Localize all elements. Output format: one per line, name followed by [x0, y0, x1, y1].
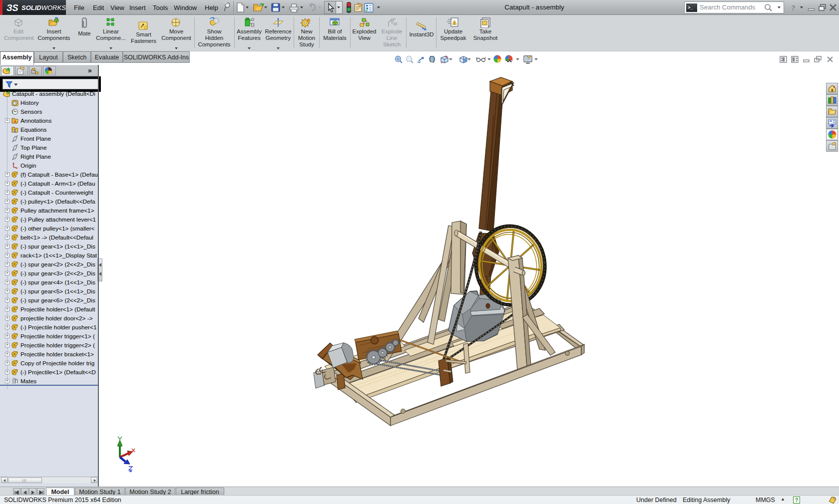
svg-text:SOLIDWORKS: SOLIDWORKS	[21, 4, 66, 11]
svg-text:!: !	[453, 21, 454, 25]
svg-text:A: A	[14, 119, 17, 124]
svg-text:?: ?	[792, 4, 795, 12]
svg-text:ЗS: ЗS	[6, 3, 18, 13]
svg-text:Σ: Σ	[14, 128, 17, 133]
